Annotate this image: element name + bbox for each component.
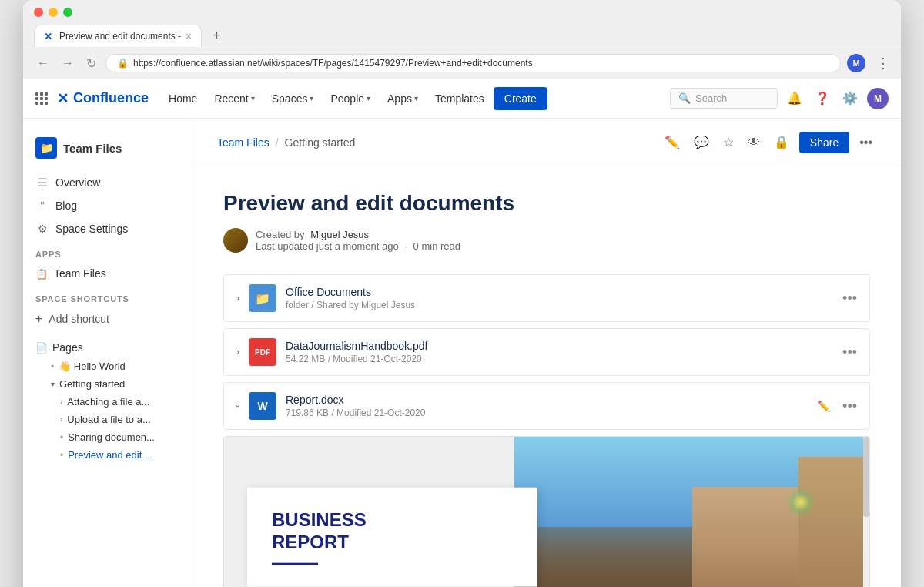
sidebar: 📁 Team Files ☰ Overview " Blog ⚙ Space S… [23, 119, 192, 587]
tree-attaching[interactable]: › Attaching a file a... [54, 393, 192, 411]
share-button[interactable]: Share [799, 132, 849, 153]
file-info-0: Office Documents folder / Shared by Migu… [286, 286, 833, 310]
file-item-2[interactable]: › W Report.docx 719.86 KB / Modified 21-… [223, 382, 870, 430]
minimize-dot[interactable] [49, 8, 58, 17]
pdf-icon: PDF [249, 338, 276, 366]
url-bar[interactable]: 🔒 https://confluence.atlassian.net/wiki/… [105, 54, 841, 72]
file-list: › 📁 Office Documents folder / Shared by … [223, 274, 870, 587]
file-meta-1: 54.22 MB / Modified 21-Oct-2020 [286, 354, 833, 364]
maximize-dot[interactable] [63, 8, 72, 17]
file-item-1[interactable]: › PDF DataJournalismHandbook.pdf 54.22 M… [223, 328, 870, 376]
nav-apps[interactable]: Apps ▾ [380, 88, 426, 109]
breadcrumb: Team Files / Getting started [217, 136, 355, 149]
lock-icon: 🔒 [117, 58, 129, 69]
browser-titlebar: ✕ Preview and edit documents - × + [23, 0, 901, 49]
last-updated: Last updated just a moment ago [256, 240, 399, 252]
team-files-label: Team Files [54, 267, 106, 280]
file-more-1[interactable]: ••• [842, 344, 857, 361]
active-tab[interactable]: ✕ Preview and edit documents - × [34, 25, 202, 47]
preview-inner: BUSINESS REPORT [224, 437, 869, 587]
topnav-right: 🔍 Search 🔔 ❓ ⚙️ M [670, 88, 889, 109]
recent-chevron: ▾ [251, 94, 255, 102]
tab-close-button[interactable]: × [186, 30, 192, 42]
top-navigation: ✕ Confluence Home Recent ▾ Spaces ▾ Peop… [23, 79, 901, 119]
preview-background [514, 437, 869, 587]
restrict-button[interactable]: 🔒 [770, 131, 793, 153]
space-shortcuts-label: SPACE SHORTCUTS [23, 285, 192, 307]
apps-section-label: APPS [23, 240, 192, 262]
page-content: Preview and edit documents Created by Mi… [192, 166, 901, 587]
blog-label: Blog [55, 200, 77, 212]
new-tab-button[interactable]: + [205, 23, 229, 49]
expand-icon: ▾ [51, 380, 55, 388]
back-button[interactable]: ← [34, 55, 52, 72]
comment-button[interactable]: 💬 [690, 131, 713, 153]
updated-line: Last updated just a moment ago · 0 min r… [256, 240, 460, 252]
close-dot[interactable] [34, 8, 43, 17]
tree-sharing[interactable]: • Sharing documen... [54, 428, 192, 446]
tree-hello-world[interactable]: • 👋 Hello World [45, 357, 192, 375]
help-button[interactable]: ❓ [812, 88, 833, 109]
breadcrumb-space[interactable]: Team Files [217, 136, 270, 149]
notifications-button[interactable]: 🔔 [784, 88, 805, 109]
user-avatar[interactable]: M [867, 88, 889, 109]
create-button[interactable]: Create [494, 87, 547, 110]
sidebar-space-header[interactable]: 📁 Team Files [23, 131, 192, 171]
tree-preview[interactable]: • Preview and edit ... [54, 446, 192, 464]
scrollbar-thumb[interactable] [863, 437, 869, 517]
file-edit-2[interactable]: ✏️ [817, 400, 830, 412]
confluence-logo[interactable]: ✕ Confluence [57, 90, 149, 107]
space-icon: 📁 [35, 137, 57, 159]
browser-menu-icon[interactable]: ⋮ [876, 55, 890, 72]
templates-label: Templates [435, 92, 484, 105]
hello-world-label: 👋 Hello World [59, 361, 126, 372]
scrollbar-track[interactable] [863, 437, 869, 587]
sidebar-item-team-files[interactable]: 📋 Team Files [23, 262, 192, 285]
nav-people[interactable]: People ▾ [323, 88, 378, 109]
edit-button[interactable]: ✏️ [661, 131, 684, 153]
nav-recent[interactable]: Recent ▾ [206, 88, 262, 109]
settings-icon: ⚙ [35, 223, 49, 235]
watch-button[interactable]: 👁 [744, 132, 764, 153]
nav-templates[interactable]: Templates [427, 88, 492, 109]
apps-grid-icon[interactable] [35, 92, 48, 105]
search-bar[interactable]: 🔍 Search [670, 88, 778, 109]
getting-started-children: › Attaching a file a... › Upload a file … [45, 393, 192, 464]
apps-label: Apps [387, 92, 412, 105]
add-icon: + [35, 312, 42, 326]
refresh-button[interactable]: ↻ [83, 55, 99, 72]
tree-upload[interactable]: › Upload a file to a... [54, 411, 192, 428]
folder-icon: 📁 [249, 284, 276, 312]
add-shortcut-label: Add shortcut [49, 313, 109, 325]
pages-children: • 👋 Hello World ▾ Getting started › Atta… [23, 357, 192, 464]
sidebar-item-space-settings[interactable]: ⚙ Space Settings [23, 217, 192, 240]
browser-profile[interactable]: M [847, 54, 865, 72]
pages-section[interactable]: 📄 Pages [23, 337, 192, 357]
search-icon: 🔍 [678, 92, 691, 104]
file-meta-0: folder / Shared by Miguel Jesus [286, 300, 833, 310]
file-item-0[interactable]: › 📁 Office Documents folder / Shared by … [223, 274, 870, 322]
star-button[interactable]: ☆ [719, 131, 738, 153]
add-shortcut-item[interactable]: + Add shortcut [23, 307, 192, 331]
url-text: https://confluence.atlassian.net/wiki/sp… [133, 58, 533, 69]
nav-home[interactable]: Home [161, 88, 205, 109]
sidebar-item-overview[interactable]: ☰ Overview [23, 171, 192, 194]
file-more-2[interactable]: ••• [842, 398, 857, 414]
more-actions-button[interactable]: ••• [855, 132, 876, 153]
tree-getting-started[interactable]: ▾ Getting started [45, 375, 192, 393]
forward-button[interactable]: → [59, 55, 77, 72]
pages-label: Pages [52, 341, 83, 354]
sidebar-item-blog[interactable]: " Blog [23, 194, 192, 217]
file-info-2: Report.docx 719.86 KB / Modified 21-Oct-… [286, 394, 808, 418]
file-more-0[interactable]: ••• [842, 290, 857, 307]
document-preview: BUSINESS REPORT W [223, 436, 870, 587]
people-chevron: ▾ [367, 94, 370, 102]
people-label: People [330, 92, 364, 105]
file-name-1: DataJournalismHandbook.pdf [286, 340, 833, 352]
file-name-2: Report.docx [286, 394, 808, 406]
nav-spaces[interactable]: Spaces ▾ [264, 88, 322, 109]
home-label: Home [169, 92, 197, 105]
window-controls [34, 8, 890, 17]
settings-button[interactable]: ⚙️ [839, 88, 861, 109]
overview-label: Overview [55, 176, 100, 189]
